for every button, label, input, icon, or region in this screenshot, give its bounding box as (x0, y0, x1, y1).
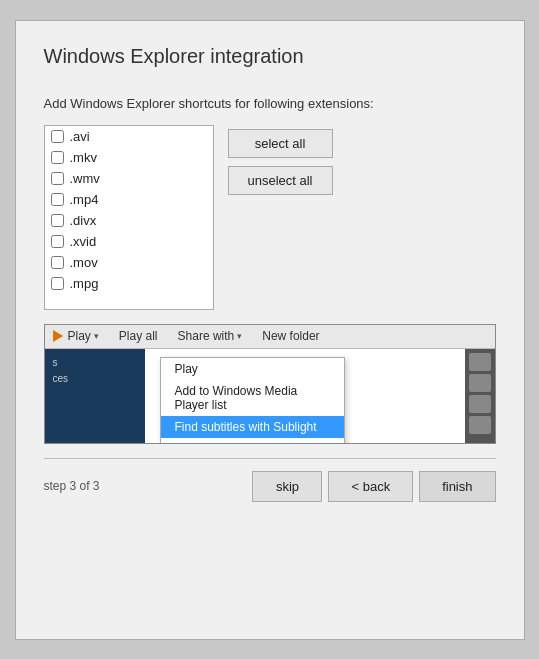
list-item[interactable]: .wmv (45, 168, 213, 189)
filmstrip-item (469, 353, 491, 371)
context-menu: PlayAdd to Windows Media Player listFind… (160, 357, 345, 444)
context-menu-item[interactable]: Find subtitles with Sublight (161, 416, 344, 438)
play-chevron-icon: ▾ (94, 331, 99, 341)
extensions-area: .avi.mkv.wmv.mp4.divx.xvid.mov.mpg selec… (44, 125, 496, 310)
list-item[interactable]: .mkv (45, 147, 213, 168)
filmstrip-item (469, 416, 491, 434)
extension-label: .mov (70, 255, 98, 270)
preview-toolbar: Play ▾ Play all Share with ▾ New folder (45, 325, 495, 349)
preview-content: s ces PlayAdd to Windows Media Player li… (45, 349, 495, 443)
extension-checkbox[interactable] (51, 256, 64, 269)
list-item[interactable]: .divx (45, 210, 213, 231)
extension-label: .xvid (70, 234, 97, 249)
back-button[interactable]: < back (328, 471, 413, 502)
extension-label: .wmv (70, 171, 100, 186)
toolbar-play-all-label: Play all (119, 329, 158, 343)
unselect-all-button[interactable]: unselect all (228, 166, 333, 195)
extensions-listbox[interactable]: .avi.mkv.wmv.mp4.divx.xvid.mov.mpg (44, 125, 214, 310)
toolbar-play-label: Play (68, 329, 91, 343)
preview-left-text-2: ces (53, 371, 137, 387)
extension-checkbox[interactable] (51, 193, 64, 206)
toolbar-new-folder-label: New folder (262, 329, 319, 343)
step-indicator: step 3 of 3 (44, 479, 100, 493)
select-all-button[interactable]: select all (228, 129, 333, 158)
filmstrip (465, 349, 495, 443)
skip-button[interactable]: skip (252, 471, 322, 502)
extension-label: .avi (70, 129, 90, 144)
share-chevron-icon: ▾ (237, 331, 242, 341)
footer-buttons: skip < back finish (252, 471, 495, 502)
extension-checkbox[interactable] (51, 151, 64, 164)
preview-right-panel: PlayAdd to Windows Media Player listFind… (145, 349, 495, 443)
footer: step 3 of 3 skip < back finish (44, 458, 496, 514)
extension-label: .divx (70, 213, 97, 228)
extension-checkbox[interactable] (51, 214, 64, 227)
dialog-title: Windows Explorer integration (44, 45, 496, 68)
toolbar-share: Share with ▾ (178, 329, 243, 343)
play-icon (53, 330, 65, 342)
main-dialog: Windows Explorer integration Add Windows… (15, 20, 525, 640)
extension-label: .mp4 (70, 192, 99, 207)
preview-left-text-1: s (53, 355, 137, 371)
extension-checkbox[interactable] (51, 235, 64, 248)
toolbar-play: Play ▾ (53, 329, 99, 343)
context-menu-item[interactable]: Play (161, 358, 344, 380)
filmstrip-item (469, 395, 491, 413)
list-item[interactable]: .mp4 (45, 189, 213, 210)
list-item[interactable]: .avi (45, 126, 213, 147)
extension-checkbox[interactable] (51, 172, 64, 185)
toolbar-play-all: Play all (119, 329, 158, 343)
finish-button[interactable]: finish (419, 471, 495, 502)
preview-area: Play ▾ Play all Share with ▾ New folder … (44, 324, 496, 444)
extension-label: .mkv (70, 150, 97, 165)
extension-checkbox[interactable] (51, 130, 64, 143)
buttons-column: select all unselect all (228, 125, 333, 310)
filmstrip-item (469, 374, 491, 392)
description-text: Add Windows Explorer shortcuts for follo… (44, 96, 496, 111)
context-menu-item[interactable]: Add to Windows Media Player list (161, 380, 344, 416)
toolbar-new-folder: New folder (262, 329, 319, 343)
context-menu-item[interactable]: Play with Sublight (I'm Feeling Lucky) (161, 438, 344, 444)
toolbar-share-label: Share with (178, 329, 235, 343)
list-item[interactable]: .xvid (45, 231, 213, 252)
preview-left-panel: s ces (45, 349, 145, 443)
list-item[interactable]: .mov (45, 252, 213, 273)
list-item[interactable]: .mpg (45, 273, 213, 294)
extension-checkbox[interactable] (51, 277, 64, 290)
extension-label: .mpg (70, 276, 99, 291)
